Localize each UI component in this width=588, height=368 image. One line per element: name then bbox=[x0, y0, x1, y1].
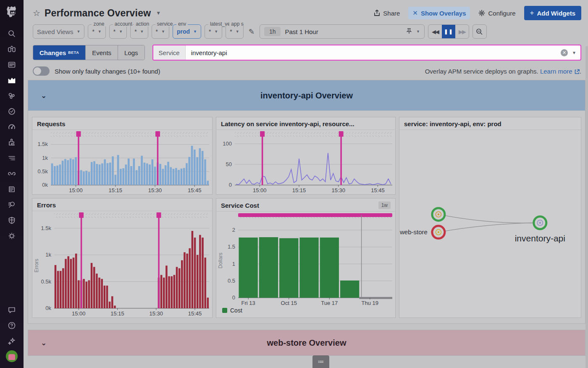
collapse-chevron-icon[interactable]: ⌄ bbox=[41, 339, 47, 347]
sidebar-item-dashboards[interactable] bbox=[4, 76, 19, 85]
add-widgets-label: Add Widgets bbox=[537, 10, 575, 17]
sidebar-item-chat[interactable] bbox=[4, 306, 19, 314]
pill-value: * bbox=[92, 28, 94, 35]
clear-icon[interactable]: ✕ bbox=[561, 49, 568, 56]
cost-chart[interactable]: 00.511.52DollarsFri 13Oct 15Tue 17Thu 19 bbox=[216, 212, 395, 307]
latency-chart[interactable]: 05010015:0015:1515:3015:45 bbox=[216, 130, 395, 194]
sidebar-item-search[interactable] bbox=[4, 29, 19, 38]
edit-pencil-icon[interactable]: ✎ bbox=[249, 27, 255, 36]
widget-grid: Requests 0k0.5k1k1.5k15:0015:1515:3015:4… bbox=[28, 111, 585, 323]
filter-pill-zone[interactable]: zone*▼ bbox=[88, 24, 105, 39]
sidebar-item-integrations[interactable] bbox=[4, 138, 19, 147]
legend-label: Cost bbox=[230, 307, 242, 314]
errors-chart[interactable]: 0k0.5k1k1.5kErrors15:0015:1515:3015:45 bbox=[32, 211, 212, 318]
sidebar-item-infrastructure[interactable] bbox=[4, 92, 19, 100]
sidebar-item-help[interactable] bbox=[4, 321, 19, 330]
filter-pill-service[interactable]: service*▼ bbox=[152, 24, 169, 39]
service-chevron-down-icon[interactable]: ▼ bbox=[572, 50, 576, 55]
filter-pill-latest_versions[interactable]: latest_versions*▼ bbox=[205, 24, 222, 39]
section-title: inventory-api Overview bbox=[260, 91, 353, 101]
widget-title: service: inventory-api, env: prod bbox=[404, 120, 501, 127]
service-map-chart[interactable]: web-storeinventory-api bbox=[399, 130, 581, 318]
svg-text:15:15: 15:15 bbox=[110, 310, 124, 317]
sidebar-item-service-map[interactable] bbox=[4, 169, 19, 178]
hint-period: . bbox=[580, 68, 581, 75]
sidebar-item-apm[interactable] bbox=[4, 154, 19, 162]
service-filter-value[interactable]: inventory-api bbox=[186, 49, 561, 56]
pill-value: * bbox=[209, 28, 211, 35]
user-avatar[interactable] bbox=[6, 350, 18, 362]
inventory-api-section: ⌄ inventory-api Overview Requests 0k0.5k… bbox=[28, 80, 585, 324]
pill-value: * bbox=[134, 28, 136, 35]
filter-pill-action[interactable]: action*▼ bbox=[130, 24, 148, 39]
learn-more-link[interactable]: Learn more bbox=[540, 68, 572, 75]
filter-pill-account[interactable]: account*▼ bbox=[109, 24, 127, 39]
inventory-api-section-header[interactable]: ⌄ inventory-api Overview bbox=[28, 80, 585, 111]
security-icon bbox=[8, 216, 16, 225]
pill-value: * bbox=[156, 28, 158, 35]
svg-text:15:45: 15:45 bbox=[188, 310, 202, 317]
service-filter-combobox[interactable]: Service inventory-api ✕ ▼ bbox=[152, 45, 581, 61]
time-nav-group: ◀◀ ❚❚ ▶▶ bbox=[428, 24, 469, 39]
pill-label: service bbox=[155, 21, 175, 26]
svg-text:Dollars: Dollars bbox=[218, 253, 223, 268]
time-forward-button[interactable]: ▶▶ bbox=[455, 25, 469, 38]
sidebar-item-events-list[interactable] bbox=[4, 61, 19, 69]
sidebar-item-sparkle[interactable] bbox=[4, 337, 19, 345]
page-title: Performance Overview bbox=[45, 8, 151, 19]
saved-views-dropdown[interactable]: Saved Views ▼ bbox=[33, 24, 84, 39]
chevron-down-icon: ▼ bbox=[193, 29, 197, 34]
tab-events[interactable]: Events bbox=[86, 45, 118, 60]
requests-chart[interactable]: 0k0.5k1k1.5k15:0015:1515:3015:45 bbox=[32, 130, 212, 194]
share-icon bbox=[374, 10, 380, 16]
filter-pill-env[interactable]: envprod▼ bbox=[173, 24, 201, 39]
sidebar-item-monitors[interactable] bbox=[4, 107, 19, 116]
time-back-button[interactable]: ◀◀ bbox=[428, 25, 442, 38]
sidebar-item-log-explorer[interactable] bbox=[4, 201, 19, 209]
zoom-out-button[interactable] bbox=[472, 24, 487, 39]
time-range-chip: 1h bbox=[264, 27, 281, 36]
share-button[interactable]: Share bbox=[370, 7, 404, 19]
sidebar-item-watchdog[interactable] bbox=[4, 45, 19, 53]
title-dropdown-chevron-icon[interactable]: ▼ bbox=[156, 10, 161, 16]
legend-swatch bbox=[222, 308, 227, 313]
show-overlays-button[interactable]: ✕ Show Overlays bbox=[408, 7, 470, 19]
time-chevron-down-icon: ▼ bbox=[416, 29, 420, 34]
saved-views-label: Saved Views bbox=[37, 28, 73, 35]
svg-text:15:15: 15:15 bbox=[292, 187, 306, 193]
web-store-section-header[interactable]: ⌄ web-store Overview bbox=[28, 330, 585, 355]
svg-text:2: 2 bbox=[232, 227, 235, 233]
sidebar-item-notebooks[interactable] bbox=[4, 185, 19, 193]
plus-icon: + bbox=[530, 9, 534, 17]
svg-text:50: 50 bbox=[226, 161, 232, 167]
scrollbar-track[interactable] bbox=[585, 46, 588, 368]
filter-pill-app[interactable]: app*▼ bbox=[226, 24, 243, 39]
service-map-widget: service: inventory-api, env: prod web-st… bbox=[399, 117, 581, 318]
tab-logs[interactable]: Logs bbox=[118, 45, 144, 60]
metrics-gauge-icon bbox=[8, 123, 16, 131]
svg-text:0: 0 bbox=[229, 182, 232, 188]
datadog-logo[interactable] bbox=[0, 0, 24, 24]
gear-icon bbox=[478, 10, 485, 16]
app-root: ☆ Performance Overview ▼ Share ✕ Show Ov… bbox=[0, 0, 588, 368]
configure-button[interactable]: Configure bbox=[474, 7, 520, 19]
collapse-chevron-icon[interactable]: ⌄ bbox=[41, 91, 47, 100]
faulty-changes-toggle[interactable] bbox=[33, 66, 50, 76]
pause-button[interactable]: ❚❚ bbox=[442, 25, 455, 38]
add-widgets-button[interactable]: + Add Widgets bbox=[524, 6, 581, 20]
sidebar-item-security[interactable] bbox=[4, 216, 19, 225]
svg-text:15:45: 15:45 bbox=[188, 187, 202, 193]
time-range-picker[interactable]: 1h Past 1 Hour ▼ bbox=[260, 24, 425, 39]
sidebar-item-synthetics[interactable] bbox=[4, 232, 19, 240]
tab-changes[interactable]: ChangesBETA bbox=[33, 45, 86, 60]
drag-handle-ghost-icon[interactable]: ≔ bbox=[312, 355, 329, 368]
svg-text:1.5: 1.5 bbox=[228, 244, 235, 250]
pin-icon[interactable] bbox=[406, 28, 412, 36]
external-link-icon bbox=[574, 68, 580, 75]
sidebar-item-metrics-gauge[interactable] bbox=[4, 123, 19, 131]
chevron-down-icon: ▼ bbox=[140, 29, 144, 34]
beta-badge: BETA bbox=[68, 50, 79, 55]
service-map-icon bbox=[8, 169, 16, 178]
favorite-star-icon[interactable]: ☆ bbox=[33, 8, 40, 18]
share-label: Share bbox=[383, 10, 400, 17]
